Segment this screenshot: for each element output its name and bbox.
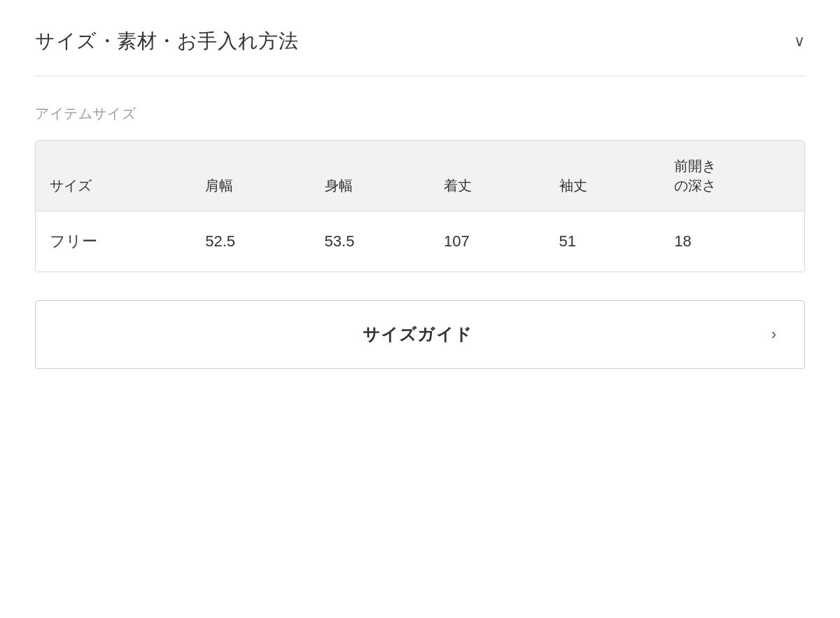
cell-length: 107	[430, 211, 545, 272]
chevron-down-icon[interactable]: ∨	[794, 32, 805, 50]
size-guide-label: サイズガイド	[64, 323, 771, 346]
col-header-shoulder: 肩幅	[191, 141, 310, 211]
section-title: サイズ・素材・お手入れ方法	[35, 28, 298, 55]
col-header-front-opening: 前開きの深さ	[660, 141, 804, 211]
col-header-sleeve: 袖丈	[545, 141, 661, 211]
col-header-length: 着丈	[430, 141, 545, 211]
cell-body-width: 53.5	[311, 211, 430, 272]
col-header-size: サイズ	[36, 141, 191, 211]
cell-front-opening: 18	[660, 211, 804, 272]
size-guide-button[interactable]: サイズガイド ›	[35, 300, 805, 369]
table-row: フリー 52.5 53.5 107 51 18	[36, 211, 804, 272]
subsection-label: アイテムサイズ	[35, 104, 805, 123]
size-table: サイズ 肩幅 身幅 着丈 袖丈 前開きの深さ フリー 52.5 53.5 107…	[36, 141, 804, 272]
table-header-row: サイズ 肩幅 身幅 着丈 袖丈 前開きの深さ	[36, 141, 804, 211]
section-header: サイズ・素材・お手入れ方法 ∨	[35, 28, 805, 76]
cell-sleeve: 51	[545, 211, 661, 272]
cell-size: フリー	[36, 211, 191, 272]
col-header-body-width: 身幅	[311, 141, 430, 211]
chevron-right-icon: ›	[771, 325, 776, 344]
cell-shoulder: 52.5	[191, 211, 310, 272]
page-container: サイズ・素材・お手入れ方法 ∨ アイテムサイズ サイズ 肩幅 身幅 着丈 袖丈 …	[35, 28, 805, 369]
size-table-wrapper: サイズ 肩幅 身幅 着丈 袖丈 前開きの深さ フリー 52.5 53.5 107…	[35, 140, 805, 272]
